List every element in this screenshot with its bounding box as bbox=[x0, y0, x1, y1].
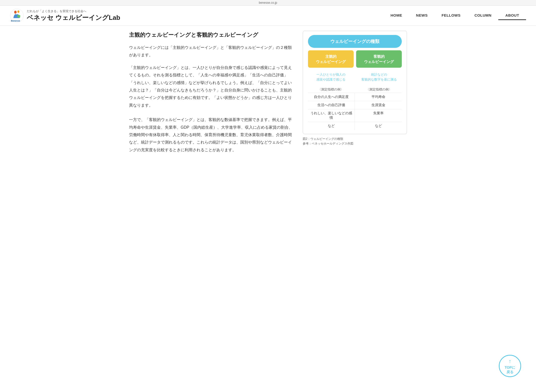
metrics-row-2: 生活への自己評価 生涯賃金 bbox=[308, 101, 402, 109]
chart-caption-line2: 参考：ベネッセホールディングス作図 bbox=[303, 141, 407, 146]
col1-metric-1: 自分の人生への満足度 bbox=[308, 93, 355, 101]
col1-metric-2: 生活への自己評価 bbox=[308, 101, 355, 109]
nav-home[interactable]: HOME bbox=[384, 11, 409, 20]
nav-column[interactable]: COLUMN bbox=[468, 11, 499, 20]
wellbeing-chart: ウェルビーイングの種類 主観的ウェルビーイング 客観的ウェルビーイング 一人ひと… bbox=[303, 31, 407, 134]
right-sidebar: ウェルビーイングの種類 主観的ウェルビーイング 客観的ウェルビーイング 一人ひと… bbox=[303, 31, 407, 159]
chart-metrics-labels: 〈測定指標の例〉 〈測定指標の例〉 bbox=[303, 86, 407, 93]
metrics-row-3: うれしい、楽しいなどの感情 失業率 bbox=[308, 109, 402, 122]
header: Benesse だれもが「よく生きる」を実現できる社会へ ベネッセ ウェルビーイ… bbox=[0, 6, 536, 26]
chart-col-headers: 主観的ウェルビーイング 客観的ウェルビーイング bbox=[303, 50, 407, 70]
chart-caption: 図2：ウェルビーイングの種類 参考：ベネッセホールディングス作図 bbox=[303, 137, 407, 146]
logo-title: ベネッセ ウェルビーイングLab bbox=[27, 13, 120, 22]
metrics-row-4: など など bbox=[308, 122, 402, 130]
metrics-row-1: 自分の人生への満足度 平均寿命 bbox=[308, 93, 402, 101]
metrics-section: 自分の人生への満足度 平均寿命 生活への自己評価 生涯賃金 うれしい、楽しいなど… bbox=[303, 93, 407, 134]
logo-area: Benesse だれもが「よく生きる」を実現できる社会へ ベネッセ ウェルビーイ… bbox=[10, 9, 120, 23]
main-nav: HOME NEWS FELLOWS COLUMN ABOUT bbox=[384, 11, 526, 20]
body-paragraph-2: 「主観的ウェルビーイング」とは、一人ひとりが自分自身で感じる認識や感覚によって見… bbox=[129, 64, 293, 109]
top-bar: benesse.co.jp bbox=[0, 0, 536, 6]
benesse-logo-icon: Benesse bbox=[10, 9, 24, 23]
nav-about[interactable]: ABOUT bbox=[498, 11, 526, 20]
section-heading: 主観的ウェルビーイングと客観的ウェルビーイング bbox=[129, 31, 293, 39]
chart-col1-metrics-label: 〈測定指標の例〉 bbox=[308, 86, 354, 93]
body-paragraph-1: ウェルビーイングには「主観的ウェルビーイング」と「客観的ウェルビーイング」の２種… bbox=[129, 44, 293, 59]
col2-metric-1: 平均寿命 bbox=[355, 93, 402, 101]
chart-col-descs: 一人ひとりが個人の感覚や認識で感じる 統計などの客観的な数字を基に測る bbox=[303, 70, 407, 86]
col2-metric-3: 失業率 bbox=[355, 109, 402, 122]
chart-caption-line1: 図2：ウェルビーイングの種類 bbox=[303, 137, 407, 141]
url-display: benesse.co.jp bbox=[259, 1, 277, 4]
col2-metric-4: など bbox=[355, 122, 402, 130]
nav-news[interactable]: NEWS bbox=[409, 11, 435, 20]
chart-col2-header: 客観的ウェルビーイング bbox=[356, 50, 402, 68]
logo-text-area: だれもが「よく生きる」を実現できる社会へ ベネッセ ウェルビーイングLab bbox=[27, 9, 120, 22]
nav-fellows[interactable]: FELLOWS bbox=[435, 11, 467, 20]
chart-title: ウェルビーイングの種類 bbox=[308, 35, 402, 48]
chart-col2-desc: 統計などの客観的な数字を基に測る bbox=[356, 70, 402, 84]
col1-metric-4: など bbox=[308, 122, 355, 130]
svg-point-2 bbox=[17, 10, 19, 13]
chart-col1-desc: 一人ひとりが個人の感覚や認識で感じる bbox=[308, 70, 354, 84]
body-paragraph-3: 一方で、「客観的ウェルビーイング」とは、客観的な数値基準で把握できます。例えば、… bbox=[129, 116, 293, 154]
logo-tagline: だれもが「よく生きる」を実現できる社会へ bbox=[27, 9, 120, 13]
left-content: 主観的ウェルビーイングと客観的ウェルビーイング ウェルビーイングには「主観的ウェ… bbox=[129, 31, 293, 159]
col1-metric-3: うれしい、楽しいなどの感情 bbox=[308, 109, 355, 122]
main-layout: 主観的ウェルビーイングと客観的ウェルビーイング ウェルビーイングには「主観的ウェ… bbox=[119, 26, 417, 164]
chart-col2-metrics-label: 〈測定指標の例〉 bbox=[356, 86, 402, 93]
svg-point-1 bbox=[14, 11, 17, 14]
col2-metric-2: 生涯賃金 bbox=[355, 101, 402, 109]
svg-text:Benesse: Benesse bbox=[11, 20, 20, 22]
chart-col1-header: 主観的ウェルビーイング bbox=[308, 50, 354, 68]
